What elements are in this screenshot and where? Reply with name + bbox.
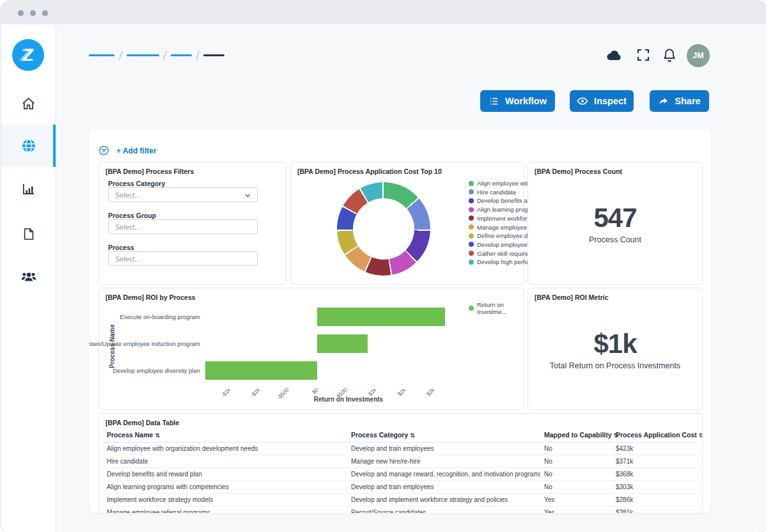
legend-label: Implement workforc... xyxy=(477,215,535,222)
bar-chart-icon xyxy=(21,182,36,196)
table-row: Manage employee referral programsRecruit… xyxy=(103,506,698,513)
share-button[interactable]: Share xyxy=(650,90,709,112)
table-column-header[interactable]: Process Application Cost⇅ xyxy=(612,428,698,442)
legend-item[interactable]: Implement workforc... xyxy=(469,214,535,223)
table-cell: No xyxy=(540,455,612,468)
legend-item[interactable]: Develop high perfor... xyxy=(469,258,535,266)
roi-metric-value: $1k xyxy=(593,331,636,357)
process-count-label: Process Count xyxy=(589,235,641,244)
bell-icon xyxy=(662,47,677,64)
legend-dot xyxy=(469,251,474,256)
select-placeholder: Select... xyxy=(115,191,141,199)
add-filter-button[interactable]: + Add filter xyxy=(116,146,157,155)
breadcrumb-link[interactable] xyxy=(127,54,159,56)
table-row: Hire candidateManage new hire/re-hireNo$… xyxy=(103,455,698,468)
share-arrow-icon xyxy=(658,96,669,107)
fullscreen-icon xyxy=(636,47,651,63)
roi-category-label: Maintain/Update employee induction progr… xyxy=(89,340,200,347)
legend-item[interactable]: Develop employee c... xyxy=(469,240,537,249)
table-cell: Develop and train employees xyxy=(347,481,540,494)
window-control-dot[interactable] xyxy=(18,10,24,16)
table-cell: $303k xyxy=(612,481,698,494)
home-icon xyxy=(21,97,36,111)
table-column-header[interactable]: Process Category⇅ xyxy=(347,428,540,442)
breadcrumb-link[interactable] xyxy=(89,54,114,56)
notifications-button[interactable] xyxy=(662,47,677,64)
avatar[interactable]: JM xyxy=(687,44,710,67)
x-axis-label: Return on Investments xyxy=(253,396,444,403)
share-button-label: Share xyxy=(675,96,700,106)
process-group-select[interactable]: Select... xyxy=(108,219,258,234)
legend-item[interactable]: Hire candidate xyxy=(469,188,516,196)
table-column-header[interactable]: Mapped to Capability⇅ xyxy=(540,428,612,442)
filter-icon xyxy=(98,145,109,156)
breadcrumb-separator xyxy=(162,51,167,60)
filter-menu-button[interactable] xyxy=(98,145,109,159)
table-cell: $371k xyxy=(612,455,698,468)
data-table: Process Name⇅Process Category⇅Mapped to … xyxy=(103,428,698,513)
legend-item[interactable]: Manage employee r... xyxy=(469,223,535,231)
sidebar-item-documents[interactable] xyxy=(1,213,56,255)
table-cell: Hire candidate xyxy=(103,455,347,468)
window-control-dot[interactable] xyxy=(42,10,48,16)
legend-label: Hire candidate xyxy=(477,189,516,196)
card-process-count: [BPA Demo] Process Count 547 Process Cou… xyxy=(528,162,703,285)
sidebar: Z xyxy=(1,24,56,532)
field-label: Process xyxy=(108,244,134,251)
inspect-button-label: Inspect xyxy=(594,96,627,106)
chevron-down-icon xyxy=(244,192,251,200)
legend-item[interactable]: Define employee de... xyxy=(469,231,536,240)
workflow-button[interactable]: Workflow xyxy=(480,90,555,112)
legend-item[interactable]: Align learning progr... xyxy=(469,205,535,214)
sidebar-item-dashboards[interactable] xyxy=(1,125,56,167)
roi-category-label: Develop employee diversity plan xyxy=(89,367,200,374)
breadcrumb-current xyxy=(203,54,224,56)
window-titlebar xyxy=(1,1,766,24)
window-control-dot[interactable] xyxy=(30,10,36,16)
table-column-header[interactable]: Process Name⇅ xyxy=(103,428,347,442)
workflow-button-label: Workflow xyxy=(505,96,547,106)
breadcrumb-link[interactable] xyxy=(171,54,192,56)
legend-dot xyxy=(469,181,474,186)
table-cell: No xyxy=(540,481,612,494)
dashboard-panel: + Add filter [BPA Demo] Process Filters … xyxy=(89,130,711,513)
roi-bar xyxy=(317,334,368,353)
roi-legend-item[interactable]: Return on Investme... xyxy=(469,301,524,315)
legend-dot xyxy=(469,306,474,311)
table-cell: Develop and implement workforce strategy… xyxy=(347,494,540,506)
users-icon xyxy=(20,268,37,285)
card-data-table: [BPA Demo] Data Table Process Name⇅Proce… xyxy=(98,413,703,513)
process-count-value: 547 xyxy=(593,205,636,231)
logo-letter: Z xyxy=(22,45,35,65)
cloud-button[interactable] xyxy=(604,47,624,65)
document-icon xyxy=(22,227,36,241)
select-placeholder: Select... xyxy=(115,255,141,263)
inspect-button[interactable]: Inspect xyxy=(570,90,634,112)
process-category-select[interactable]: Select... xyxy=(108,187,258,202)
list-icon xyxy=(489,96,499,107)
breadcrumb-separator xyxy=(118,51,123,60)
process-select[interactable]: Select... xyxy=(108,251,258,266)
fullscreen-button[interactable] xyxy=(636,47,651,63)
eye-icon xyxy=(577,95,588,107)
table-cell: Recruit/Source candidates xyxy=(347,506,540,513)
legend-label: Align learning progr... xyxy=(477,206,535,213)
sidebar-item-reports[interactable] xyxy=(1,168,56,210)
select-placeholder: Select... xyxy=(115,223,141,231)
legend-item[interactable]: Develop benefits an... xyxy=(469,196,536,205)
table-row: Align employee with organization develop… xyxy=(103,442,698,455)
legend-item[interactable]: Gather skill require... xyxy=(469,249,533,258)
avatar-initials: JM xyxy=(692,51,703,60)
legend-item[interactable]: Align employee with... xyxy=(469,179,536,187)
legend-label: Return on Investme... xyxy=(477,301,524,315)
sidebar-item-users[interactable] xyxy=(1,255,56,297)
card-roi-metric: [BPA Demo] ROI Metric $1k Total Return o… xyxy=(528,288,703,410)
app-logo[interactable]: Z xyxy=(12,39,44,71)
sidebar-item-home[interactable] xyxy=(1,82,56,125)
card-title: [BPA Demo] Data Table xyxy=(106,419,179,426)
table-cell: $368k xyxy=(612,468,698,481)
roi-bar xyxy=(317,308,446,326)
legend-label: Manage employee r... xyxy=(477,224,535,231)
card-process-filters: [BPA Demo] Process Filters Process Categ… xyxy=(98,162,286,285)
sort-icon: ⇅ xyxy=(410,432,415,439)
